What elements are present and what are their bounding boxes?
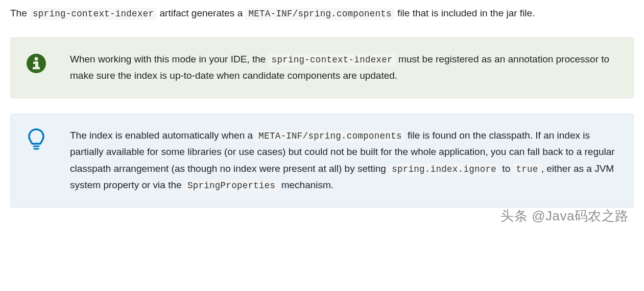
spring-properties-link[interactable]: SpringProperties (184, 180, 279, 190)
watermark-text: 头条 @Java码农之路 (500, 205, 629, 227)
lightbulb-icon (25, 128, 47, 151)
code-inline: META-INF/spring.components (245, 8, 394, 20)
intro-paragraph: The spring-context-indexer artifact gene… (10, 5, 634, 22)
text: When working with this mode in your IDE,… (70, 54, 269, 64)
code-inline: META-INF/spring.components (255, 130, 404, 142)
tip-admonition: The index is enabled automatically when … (10, 114, 634, 208)
text: The (10, 8, 30, 18)
code-inline: true (513, 163, 541, 175)
info-icon (25, 52, 47, 75)
info-admonition: When working with this mode in your IDE,… (10, 37, 634, 98)
code-inline: spring-context-indexer (30, 8, 157, 20)
text: to (499, 163, 513, 174)
svg-rect-4 (33, 67, 40, 70)
text: file that is included in the jar file. (395, 8, 535, 18)
text: artifact generates a (157, 8, 245, 18)
code-inline: SpringProperties (184, 180, 279, 192)
code-inline: spring-context-indexer (269, 54, 396, 66)
text: mechanism. (278, 180, 333, 190)
text: The index is enabled automatically when … (70, 130, 255, 141)
info-content: When working with this mode in your IDE,… (70, 51, 619, 84)
code-inline: spring.index.ignore (389, 163, 499, 175)
svg-point-1 (35, 57, 38, 60)
tip-content: The index is enabled automatically when … (70, 127, 619, 194)
